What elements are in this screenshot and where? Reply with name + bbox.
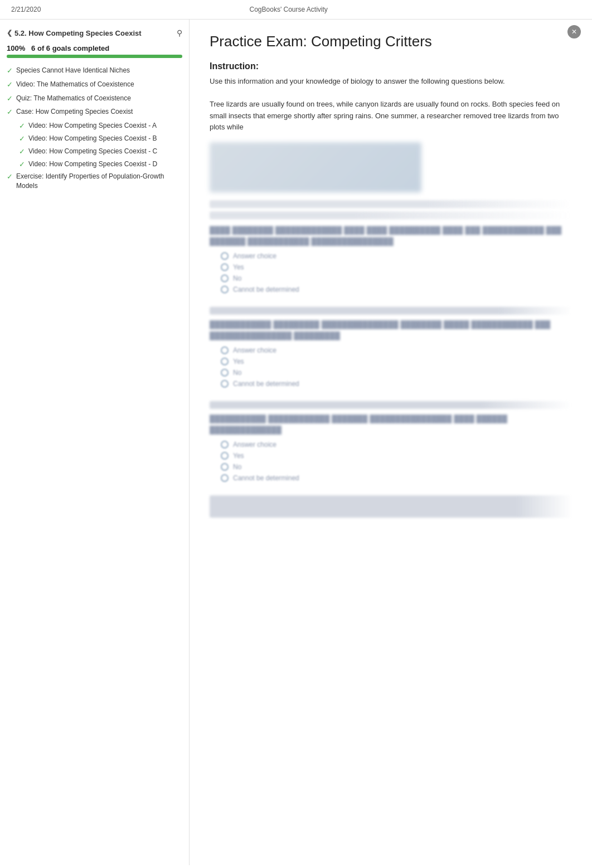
instruction-label: Instruction:: [210, 61, 572, 71]
main-content: ✕ Practice Exam: Competing Critters Inst…: [190, 20, 592, 865]
answer-option[interactable]: Cannot be determined: [221, 286, 572, 293]
radio-button[interactable]: [221, 286, 229, 293]
answer-option[interactable]: No: [221, 369, 572, 377]
list-item[interactable]: ✓ Video: The Mathematics of Coexistence: [7, 80, 182, 89]
check-icon: ✓: [7, 108, 13, 116]
answer-option[interactable]: Answer choice: [221, 252, 572, 260]
progress-label: 100% 6 of 6 goals completed: [7, 44, 182, 52]
sub-checklist: ✓ Video: How Competing Species Coexist -…: [7, 121, 182, 168]
check-icon: ✓: [19, 134, 25, 143]
item-label: Exercise: Identify Properties of Populat…: [16, 172, 182, 191]
item-label: Species Cannot Have Identical Niches: [16, 66, 130, 75]
checklist: ✓ Species Cannot Have Identical Niches ✓…: [7, 66, 182, 191]
question-block-2: ████████████ █████████ ███████████████ █…: [210, 307, 572, 388]
radio-button[interactable]: [221, 274, 229, 282]
answer-option[interactable]: Yes: [221, 452, 572, 460]
close-button[interactable]: ✕: [567, 25, 581, 38]
page-title: Practice Exam: Competing Critters: [210, 33, 572, 50]
instruction-text: Use this information and your knowledge …: [210, 76, 572, 88]
radio-button[interactable]: [221, 263, 229, 271]
radio-button[interactable]: [221, 346, 229, 354]
radio-button[interactable]: [221, 474, 229, 482]
top-bar: 2/21/2020 CogBooks' Course Activity: [0, 0, 592, 20]
check-icon: ✓: [19, 160, 25, 168]
item-label: Video: How Competing Species Coexist - B: [28, 134, 157, 143]
list-item[interactable]: ✓ Case: How Competing Species Coexist: [7, 107, 182, 117]
list-item[interactable]: ✓ Species Cannot Have Identical Niches: [7, 66, 182, 75]
answer-option[interactable]: Yes: [221, 263, 572, 271]
item-label: Video: How Competing Species Coexist - C: [28, 147, 157, 156]
item-label: Video: The Mathematics of Coexistence: [16, 80, 134, 89]
blurred-passage-1: [210, 200, 572, 219]
progress-bar-background: [7, 55, 182, 58]
question-block-3: ███████████ ████████████ ███████ ███████…: [210, 401, 572, 482]
radio-button[interactable]: [221, 380, 229, 388]
question-text-3: ███████████ ████████████ ███████ ███████…: [210, 413, 572, 435]
list-item[interactable]: ✓ Video: How Competing Species Coexist -…: [19, 134, 182, 143]
check-icon: ✓: [7, 94, 13, 103]
list-item[interactable]: ✓ Video: How Competing Species Coexist -…: [19, 160, 182, 169]
question-text-2: ████████████ █████████ ███████████████ █…: [210, 319, 572, 341]
radio-button[interactable]: [221, 441, 229, 449]
sidebar: ❮ 5.2. How Competing Species Coexist ⚲ 1…: [0, 20, 190, 865]
list-item[interactable]: ✓ Exercise: Identify Properties of Popul…: [7, 172, 182, 191]
check-icon: ✓: [7, 80, 13, 89]
item-label: Quiz: The Mathematics of Coexistence: [16, 94, 131, 103]
answer-option[interactable]: Answer choice: [221, 441, 572, 449]
check-icon: ✓: [7, 66, 13, 75]
check-icon: ✓: [19, 122, 25, 130]
answer-option[interactable]: Cannot be determined: [221, 474, 572, 482]
answer-option[interactable]: Answer choice: [221, 346, 572, 354]
radio-button[interactable]: [221, 358, 229, 365]
sidebar-section-label: 5.2. How Competing Species Coexist: [14, 29, 142, 37]
item-label: Video: How Competing Species Coexist - A: [28, 121, 157, 131]
passage-image: [210, 142, 421, 192]
answer-option[interactable]: Cannot be determined: [221, 380, 572, 388]
passage-text: Tree lizards are usually found on trees,…: [210, 99, 572, 133]
progress-bar-fill: [7, 55, 182, 58]
check-icon: ✓: [19, 147, 25, 156]
chevron-left-icon: ❮: [7, 29, 12, 37]
answer-option[interactable]: No: [221, 274, 572, 282]
radio-button[interactable]: [221, 452, 229, 460]
question-block-1: ████ ████████ █████████████ ████ ████ ██…: [210, 225, 572, 293]
answer-option[interactable]: Yes: [221, 358, 572, 365]
check-icon: ✓: [7, 172, 13, 181]
item-label: Video: How Competing Species Coexist - D: [28, 160, 157, 169]
date-label: 2/21/2020: [11, 6, 41, 13]
list-item[interactable]: ✓ Video: How Competing Species Coexist -…: [19, 147, 182, 156]
pin-icon[interactable]: ⚲: [177, 28, 182, 37]
list-item[interactable]: ✓ Quiz: The Mathematics of Coexistence: [7, 94, 182, 103]
radio-button[interactable]: [221, 369, 229, 377]
item-label: Case: How Competing Species Coexist: [16, 107, 133, 117]
progress-area: 100% 6 of 6 goals completed: [7, 44, 182, 58]
app-title: CogBooks' Course Activity: [250, 6, 328, 13]
question-text-1: ████ ████████ █████████████ ████ ████ ██…: [210, 225, 572, 247]
radio-button[interactable]: [221, 463, 229, 471]
radio-button[interactable]: [221, 252, 229, 260]
sidebar-title[interactable]: ❮ 5.2. How Competing Species Coexist: [7, 29, 142, 37]
sidebar-header: ❮ 5.2. How Competing Species Coexist ⚲: [7, 28, 182, 37]
answer-option[interactable]: No: [221, 463, 572, 471]
list-item[interactable]: ✓ Video: How Competing Species Coexist -…: [19, 121, 182, 131]
